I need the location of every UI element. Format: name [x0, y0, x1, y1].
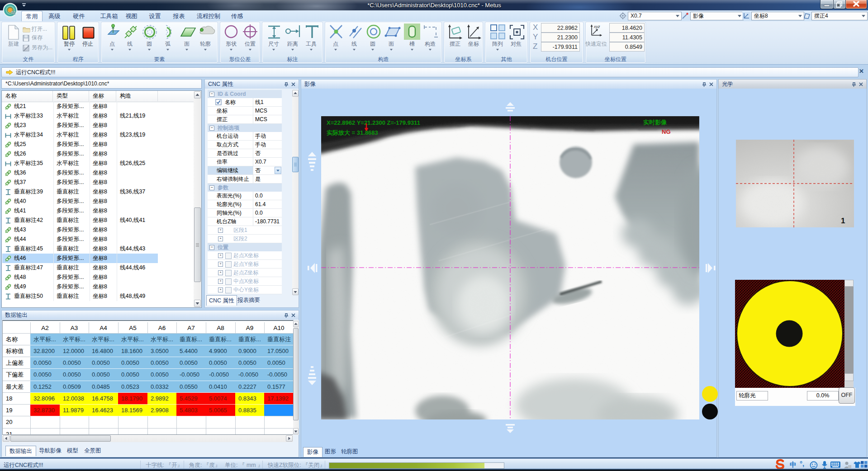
svg-text:实时影像: 实时影像 — [643, 119, 667, 126]
svg-text:NG: NG — [662, 128, 671, 135]
svg-text:实际放大 = 31.8683: 实际放大 = 31.8683 — [327, 129, 378, 136]
svg-text:1: 1 — [841, 217, 845, 225]
svg-text:M: M — [11, 10, 15, 15]
svg-text:xyz: xyz — [593, 24, 600, 29]
svg-text:X=22.8962 Y=21.2300 Z=-179.9: X=22.8962 Y=21.2300 Z=-179.9311 — [327, 119, 420, 126]
